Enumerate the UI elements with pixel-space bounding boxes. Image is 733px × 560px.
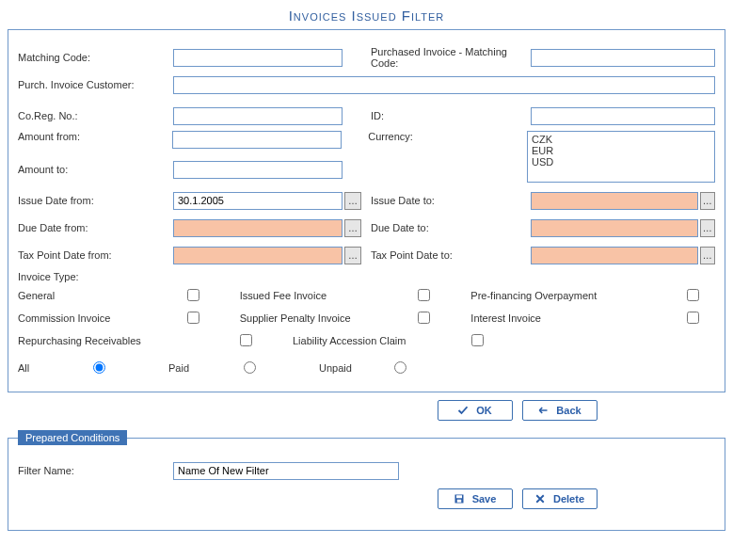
due-date-to-input[interactable] [531,219,698,237]
purch-invoice-customer-input[interactable] [173,76,715,94]
id-input[interactable] [531,107,715,125]
due-date-from-label: Due Date from: [18,222,173,233]
ok-button-label: OK [476,405,492,416]
co-reg-no-label: Co.Reg. No.: [18,110,173,121]
prepared-conditions-panel: Prepared Conditions Filter Name: Save De… [8,430,725,531]
tax-point-date-to-label: Tax Point Date to: [371,249,531,261]
prepared-button-bar: Save Delete [18,488,715,509]
save-icon [454,493,465,504]
page-title: Invoices Issued Filter [0,0,733,29]
general-checkbox[interactable] [187,289,199,301]
currency-option[interactable]: USD [532,156,710,168]
purchased-invoice-matching-code-label: Purchased Invoice - Matching Code: [371,46,531,69]
delete-button[interactable]: Delete [522,488,598,509]
tax-point-date-to-input[interactable] [531,247,698,264]
commission-invoice-label: Commission Invoice [18,312,187,324]
all-radio[interactable] [93,361,105,374]
commission-invoice-checkbox[interactable] [187,312,199,324]
pre-financing-overpayment-checkbox[interactable] [687,289,699,301]
matching-code-input[interactable] [173,49,343,67]
currency-option[interactable]: CZK [532,134,710,145]
amount-to-label: Amount to: [18,164,173,175]
date-picker-button[interactable]: … [700,192,715,210]
co-reg-no-input[interactable] [173,107,343,125]
issue-date-to-input[interactable] [531,192,698,210]
back-button[interactable]: Back [522,400,598,421]
invoice-type-label: Invoice Type: [18,271,715,282]
filter-name-label: Filter Name: [18,465,173,476]
currency-listbox[interactable]: CZK EUR USD [527,131,715,183]
date-picker-button[interactable]: … [700,219,715,237]
liability-accession-claim-checkbox[interactable] [471,334,484,346]
amount-from-input[interactable] [172,131,342,149]
paid-label: Paid [168,362,244,374]
purchased-invoice-matching-code-input[interactable] [531,49,715,67]
date-picker-button[interactable]: … [344,247,361,264]
amount-from-label: Amount from: [18,131,172,142]
date-picker-button[interactable]: … [344,219,361,237]
save-button-label: Save [472,493,497,504]
interest-invoice-checkbox[interactable] [687,312,699,324]
ok-button[interactable]: OK [438,400,513,421]
id-label: ID: [371,110,531,121]
issue-date-from-input[interactable] [173,192,343,210]
filter-panel: Matching Code: Purchased Invoice - Match… [8,29,725,392]
repurchasing-receivables-checkbox[interactable] [240,334,252,346]
due-date-to-label: Due Date to: [371,222,531,233]
tax-point-date-from-input[interactable] [173,247,343,264]
unpaid-radio[interactable] [394,361,406,374]
issue-date-from-label: Issue Date from: [18,195,173,206]
tax-point-date-from-label: Tax Point Date from: [18,249,173,261]
issued-fee-invoice-checkbox[interactable] [418,289,430,301]
prepared-conditions-legend: Prepared Conditions [18,430,127,445]
currency-label: Currency: [368,131,527,142]
interest-invoice-label: Interest Invoice [470,312,687,324]
save-button[interactable]: Save [438,488,513,509]
filter-name-input[interactable] [173,462,399,480]
issued-fee-invoice-label: Issued Fee Invoice [240,290,419,301]
supplier-penalty-invoice-checkbox[interactable] [418,312,430,324]
supplier-penalty-invoice-label: Supplier Penalty Invoice [240,312,419,324]
matching-code-label: Matching Code: [18,52,173,63]
liability-accession-claim-label: Liability Accession Claim [293,335,471,346]
arrow-left-icon [537,405,549,416]
back-button-label: Back [556,405,581,416]
repurchasing-receivables-label: Repurchasing Receivables [18,335,240,346]
pre-financing-overpayment-label: Pre-financing Overpayment [470,290,687,301]
check-icon [457,405,469,416]
delete-button-label: Delete [553,493,584,504]
issue-date-to-label: Issue Date to: [371,195,531,206]
due-date-from-input[interactable] [173,219,343,237]
date-picker-button[interactable]: … [700,247,715,264]
unpaid-label: Unpaid [319,362,394,374]
currency-option[interactable]: EUR [532,145,710,156]
amount-to-input[interactable] [173,161,343,179]
paid-radio[interactable] [244,361,256,374]
general-label: General [18,290,187,301]
date-picker-button[interactable]: … [344,192,361,210]
all-label: All [18,362,93,374]
purch-invoice-customer-label: Purch. Invoice Customer: [18,79,173,90]
x-icon [534,493,546,504]
svg-rect-1 [456,495,462,498]
svg-rect-2 [456,500,461,503]
main-button-bar: OK Back [0,400,733,421]
